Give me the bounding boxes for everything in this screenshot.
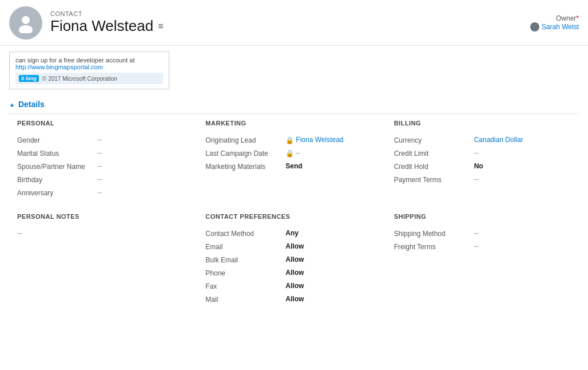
bing-link[interactable]: http://www.bingmapsportal.com — [15, 64, 103, 70]
owner-avatar-icon — [530, 22, 539, 32]
field-value-credit-hold: No — [474, 162, 483, 170]
field-fax: Fax Allow — [205, 282, 382, 290]
field-payment-terms: Payment Terms -- — [394, 175, 571, 184]
field-shipping-method: Shipping Method -- — [394, 229, 571, 238]
owner-label: Owner — [556, 14, 576, 22]
billing-title: BILLING — [394, 120, 571, 129]
marketing-section: MARKETING Originating Lead 🔒Fiona Welste… — [205, 120, 382, 202]
field-label-email: Email — [205, 242, 285, 251]
avatar — [9, 6, 42, 40]
field-value-gender: -- — [97, 136, 102, 144]
details-header[interactable]: ▲ Details — [0, 95, 588, 113]
personal-title: PERSONAL — [17, 120, 194, 129]
contact-name: Fiona Welstead ≡ — [50, 17, 530, 35]
field-value-email: Allow — [285, 242, 304, 250]
bing-text: can sign up for a free developer account… — [15, 57, 163, 64]
owner-label-row: Owner* — [530, 14, 579, 22]
field-freight-terms: Freight Terms -- — [394, 242, 571, 251]
personal-section: PERSONAL Gender -- Marital Status -- Spo… — [17, 120, 194, 202]
field-value-freight-terms: -- — [474, 242, 479, 250]
field-value-anniversary: -- — [97, 188, 102, 196]
field-label-currency: Currency — [394, 136, 474, 144]
bing-map-section: can sign up for a free developer account… — [9, 52, 169, 89]
field-marketing-materials: Marketing Materials Send — [205, 162, 382, 171]
field-label-credit-hold: Credit Hold — [394, 162, 474, 171]
hamburger-icon[interactable]: ≡ — [158, 21, 163, 32]
field-label-phone: Phone — [205, 269, 285, 277]
field-label-gender: Gender — [17, 136, 97, 144]
field-value-credit-limit: -- — [474, 149, 479, 157]
lock-icon-campaign: 🔒 — [285, 149, 293, 158]
field-spouse-partner: Spouse/Partner Name -- — [17, 162, 194, 171]
field-value-bulk-email: Allow — [285, 255, 304, 263]
field-label-birthday: Birthday — [17, 175, 97, 184]
field-anniversary: Anniversary -- — [17, 188, 194, 197]
field-value-originating-lead: 🔒Fiona Welstead — [285, 136, 343, 144]
field-label-marital-status: Marital Status — [17, 149, 97, 158]
field-label-mail: Mail — [205, 295, 285, 304]
field-credit-hold: Credit Hold No — [394, 162, 571, 171]
owner-name-text: Sarah Welst — [542, 23, 579, 31]
field-value-phone: Allow — [285, 269, 304, 277]
field-label-payment-terms: Payment Terms — [394, 175, 474, 184]
field-label-fax: Fax — [205, 282, 285, 290]
bing-footer: b bing © 2017 Microsoft Corporation — [15, 73, 163, 84]
field-mail: Mail Allow — [205, 295, 382, 304]
field-marital-status: Marital Status -- — [17, 149, 194, 158]
billing-section: BILLING Currency Canadian Dollar Credit … — [394, 120, 571, 202]
chevron-icon: ▲ — [9, 101, 15, 108]
field-label-freight-terms: Freight Terms — [394, 242, 474, 251]
contact-name-text: Fiona Welstead — [50, 17, 153, 35]
field-bulk-email: Bulk Email Allow — [205, 255, 382, 264]
field-label-contact-method: Contact Method — [205, 229, 285, 238]
field-label-credit-limit: Credit Limit — [394, 149, 474, 158]
details-label: Details — [18, 100, 45, 109]
field-gender: Gender -- — [17, 136, 194, 144]
field-label-marketing-materials: Marketing Materials — [205, 162, 285, 171]
personal-notes-section: PERSONAL NOTES -- — [17, 213, 194, 308]
bing-copyright: © 2017 Microsoft Corporation — [42, 76, 117, 82]
field-last-campaign-date: Last Campaign Date 🔒-- — [205, 149, 382, 158]
field-label-bulk-email: Bulk Email — [205, 255, 285, 264]
contact-preferences-section: CONTACT PREFERENCES Contact Method Any E… — [205, 213, 382, 308]
field-credit-limit: Credit Limit -- — [394, 149, 571, 158]
field-value-last-campaign-date: 🔒-- — [285, 149, 300, 158]
contact-info: CONTACT Fiona Welstead ≡ — [50, 10, 530, 35]
field-value-mail: Allow — [285, 295, 304, 303]
lock-icon-lead: 🔒 — [285, 136, 293, 144]
field-birthday: Birthday -- — [17, 175, 194, 184]
personal-notes-value: -- — [17, 229, 194, 237]
shipping-title: SHIPPING — [394, 213, 571, 222]
field-currency: Currency Canadian Dollar — [394, 136, 571, 144]
field-email: Email Allow — [205, 242, 382, 251]
field-value-birthday: -- — [97, 175, 102, 183]
field-value-spouse: -- — [97, 162, 102, 170]
svg-point-0 — [22, 16, 30, 24]
avatar-icon — [15, 13, 36, 33]
field-label-anniversary: Anniversary — [17, 188, 97, 197]
field-value-marital-status: -- — [97, 149, 102, 157]
owner-name[interactable]: Sarah Welst — [530, 22, 579, 32]
field-value-contact-method: Any — [285, 229, 299, 237]
bing-logo: b bing — [19, 75, 39, 82]
field-value-payment-terms: -- — [474, 175, 479, 183]
field-label-originating-lead: Originating Lead — [205, 136, 285, 144]
shipping-section: SHIPPING Shipping Method -- Freight Term… — [394, 213, 571, 308]
details-body: PERSONAL Gender -- Marital Status -- Spo… — [0, 114, 588, 320]
owner-required: * — [576, 14, 579, 22]
originating-lead-link[interactable]: Fiona Welstead — [296, 136, 343, 144]
marketing-title: MARKETING — [205, 120, 382, 129]
personal-notes-title: PERSONAL NOTES — [17, 213, 194, 222]
field-value-shipping-method: -- — [474, 229, 479, 237]
contact-label: CONTACT — [50, 10, 530, 17]
field-label-spouse: Spouse/Partner Name — [17, 162, 97, 171]
field-value-marketing-materials: Send — [285, 162, 302, 170]
field-label-shipping-method: Shipping Method — [394, 229, 474, 238]
page-header: CONTACT Fiona Welstead ≡ Owner* Sarah We… — [0, 0, 588, 46]
field-contact-method: Contact Method Any — [205, 229, 382, 238]
field-value-fax: Allow — [285, 282, 304, 290]
field-phone: Phone Allow — [205, 269, 382, 277]
owner-section: Owner* Sarah Welst — [530, 14, 579, 32]
field-value-currency[interactable]: Canadian Dollar — [474, 136, 523, 144]
svg-point-1 — [19, 25, 33, 33]
